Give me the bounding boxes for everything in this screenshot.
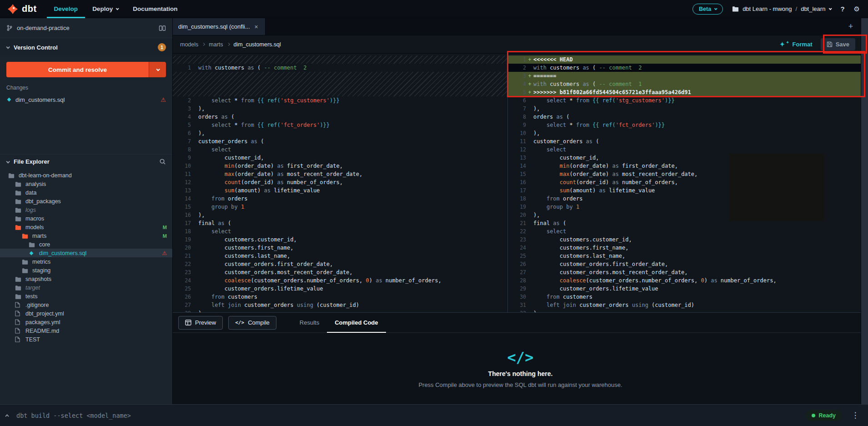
file-tree-item[interactable]: modelsM (0, 223, 172, 231)
code-line[interactable]: 32) (508, 309, 868, 312)
beta-toggle[interactable]: Beta (692, 4, 723, 15)
version-control-header[interactable]: Version Control 1 (0, 38, 172, 56)
code-line[interactable]: 7customer_orders as ( (173, 137, 507, 145)
code-line[interactable]: 16), (173, 211, 507, 219)
file-tree-item[interactable]: dbt_project.yml (0, 309, 172, 318)
search-icon[interactable] (159, 158, 166, 165)
file-tree-item[interactable]: tests (0, 292, 172, 301)
file-tree-item[interactable]: dbt_packages (0, 197, 172, 205)
code-line[interactable]: 26 from customers (173, 293, 507, 301)
code-line[interactable]: 17final as ( (173, 219, 507, 227)
preview-button[interactable]: Preview (178, 316, 223, 330)
file-tree-item[interactable]: logs (0, 205, 172, 214)
format-button[interactable]: ✦ ✦ Format (780, 41, 813, 48)
file-tree-item[interactable]: core (0, 240, 172, 249)
gear-icon[interactable]: ⚙ (854, 5, 860, 13)
file-tree-item[interactable]: target (0, 283, 172, 292)
code-line[interactable]: 15 group by 1 (173, 203, 507, 211)
file-tree-item[interactable]: macros (0, 214, 172, 223)
compile-button[interactable]: </> Compile (228, 316, 276, 330)
file-tree-item[interactable]: TEST (0, 335, 172, 344)
code-line[interactable]: 13 sum(amount) as lifetime_value (173, 186, 507, 195)
kebab-menu-icon[interactable]: ⋮ (849, 411, 862, 420)
tab-results[interactable]: Results (292, 313, 327, 333)
breadcrumb-item[interactable]: marts (209, 41, 223, 48)
code-line[interactable]: 21 customers.last_name, (173, 252, 507, 260)
code-line[interactable]: 28) (173, 309, 507, 312)
file-tree-item[interactable]: packages.yml (0, 318, 172, 326)
code-line[interactable]: 7), (508, 105, 868, 113)
code-line[interactable]: 28 coalesce(customer_orders.number_of_or… (508, 276, 868, 285)
code-line[interactable]: 12 select (508, 145, 868, 154)
file-tree-item[interactable]: snapshots (0, 275, 172, 283)
code-line[interactable]: 5 select * from {{ ref('fct_orders')}} (173, 121, 507, 129)
code-line[interactable]: 24 coalesce(customer_orders.number_of_or… (173, 276, 507, 285)
commit-and-resolve-button[interactable]: Commit and resolve (6, 62, 166, 77)
code-line[interactable]: 10), (508, 129, 868, 137)
close-icon[interactable]: × (255, 23, 258, 30)
commit-button-label[interactable]: Commit and resolve (6, 62, 149, 77)
code-line[interactable]: 4orders as ( (173, 113, 507, 121)
dbt-logo[interactable]: dbt (0, 4, 47, 15)
code-line[interactable]: 11 max(order_date) as most_recent_order_… (173, 170, 507, 178)
file-tree-item[interactable]: metrics (0, 257, 172, 266)
code-line[interactable]: 9 customer_id, (173, 154, 507, 162)
editor-tab[interactable]: dim_customers.sql (confli... × (173, 18, 266, 35)
code-line[interactable]: 9 select * from {{ ref('fct_orders')}} (508, 121, 868, 129)
file-tree-item[interactable]: analysis (0, 180, 172, 188)
account-project-switcher[interactable]: dbt Learn - mwong / dbt_learn (732, 5, 831, 12)
code-line[interactable]: 2 select * from {{ ref('stg_customers')}… (173, 96, 507, 105)
code-line[interactable]: 19 customers.customer_id, (173, 236, 507, 244)
ide-scrollbar[interactable] (861, 18, 868, 404)
file-explorer-header[interactable]: File Explorer (0, 154, 172, 169)
new-tab-button[interactable]: + (842, 18, 860, 35)
code-line[interactable]: 27 customer_orders.most_recent_order_dat… (508, 268, 868, 276)
file-tree-item[interactable]: README.md (0, 326, 172, 335)
code-line[interactable]: 4+with customers as ( -- comment 1 (508, 80, 868, 88)
code-line[interactable]: 22 select (508, 227, 868, 236)
code-line[interactable]: 29 customer_orders.lifetime_value (508, 285, 868, 293)
code-line[interactable]: 23 customer_orders.most_recent_order_dat… (173, 268, 507, 276)
code-line[interactable]: 25 customers.last_name, (508, 252, 868, 260)
code-line[interactable]: 24 customers.first_name, (508, 244, 868, 252)
file-tree-item[interactable]: .gitignore (0, 301, 172, 309)
code-line[interactable]: 22 customer_orders.first_order_date, (173, 260, 507, 268)
branch-selector[interactable]: on-demand-practice (0, 18, 172, 38)
nav-item-develop[interactable]: Develop (47, 0, 85, 18)
code-line[interactable]: 12 count(order_id) as number_of_orders, (173, 178, 507, 186)
code-line[interactable]: 6), (173, 129, 507, 137)
breadcrumb-item[interactable]: dim_customers.sql (234, 41, 281, 48)
code-line[interactable]: 2with customers as ( -- comment 2 (508, 64, 868, 72)
code-line[interactable]: 14 from orders (173, 195, 507, 203)
code-line[interactable]: 26 customer_orders.first_order_date, (508, 260, 868, 268)
code-line[interactable]: 27 left join customer_orders using (cust… (173, 301, 507, 309)
code-line[interactable]: 25 customer_orders.lifetime_value (173, 285, 507, 293)
code-line[interactable]: 6 select * from {{ ref('stg_customers')}… (508, 96, 868, 105)
file-tree-item[interactable]: dbt-learn-on-demand (0, 171, 172, 180)
nav-item-documentation[interactable]: Documentation (125, 0, 185, 18)
code-line[interactable]: 3+======= (508, 72, 868, 80)
code-line[interactable]: 23 customers.customer_id, (508, 236, 868, 244)
code-line[interactable]: 8orders as ( (508, 113, 868, 121)
code-line[interactable]: 8 select (173, 145, 507, 154)
reader-icon[interactable] (159, 25, 166, 31)
code-line[interactable]: 31 left join customer_orders using (cust… (508, 301, 868, 309)
code-line[interactable]: 10 min(order_date) as first_order_date, (173, 162, 507, 170)
file-tree-item[interactable]: dim_customers.sql⚠ (0, 249, 172, 257)
save-button[interactable]: Save (821, 38, 855, 50)
code-line[interactable]: 1with customers as ( -- comment 2 (173, 64, 507, 72)
code-line[interactable]: 18 select (173, 227, 507, 236)
code-line[interactable]: 1+<<<<<<< HEAD (508, 55, 868, 64)
tab-compiled-code[interactable]: Compiled Code (327, 313, 386, 333)
code-line[interactable]: 3), (173, 105, 507, 113)
file-tree-item[interactable]: data (0, 188, 172, 197)
code-line[interactable]: 20 customers.first_name, (173, 244, 507, 252)
file-tree-item[interactable]: martsM (0, 231, 172, 240)
diff-pane-original[interactable]: 1with customers as ( -- comment 22 selec… (173, 54, 508, 312)
code-line[interactable]: 11customer_orders as ( (508, 137, 868, 145)
breadcrumb-item[interactable]: models (180, 41, 198, 48)
changed-file-row[interactable]: dim_customers.sql ⚠ (0, 94, 172, 105)
help-icon[interactable]: ? (840, 5, 844, 13)
code-line[interactable]: 5+>>>>>>> b81f802a66fd544504c65721e3ffaa… (508, 88, 868, 96)
chevron-up-icon[interactable] (5, 414, 9, 418)
